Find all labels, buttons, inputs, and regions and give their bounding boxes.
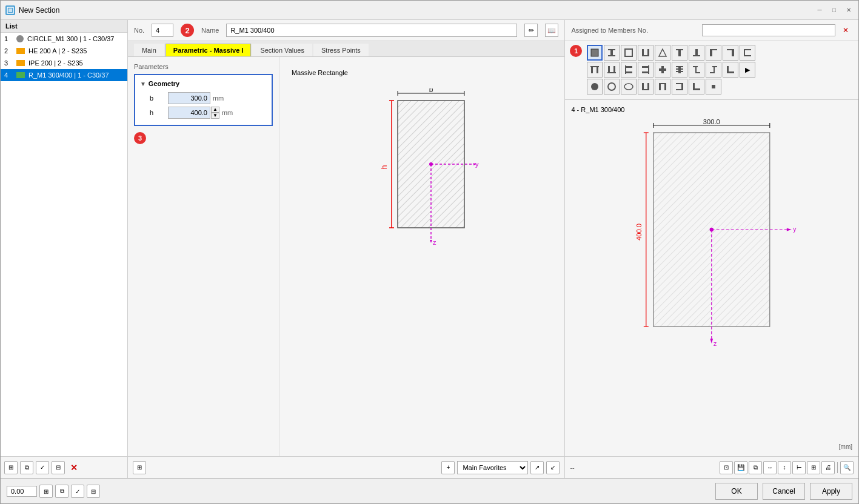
shape-tt3[interactable] bbox=[621, 62, 637, 78]
shape-tt1[interactable] bbox=[587, 62, 603, 78]
shape-channel2[interactable] bbox=[655, 79, 670, 94]
delete-assignment-button[interactable]: ✕ bbox=[839, 24, 852, 37]
add-favorite-button[interactable]: + bbox=[441, 461, 455, 474]
shape-channel1[interactable] bbox=[638, 79, 653, 94]
svg-rect-34 bbox=[727, 49, 734, 50]
tab-parametric[interactable]: Parametric - Massive I bbox=[165, 44, 252, 56]
svg-rect-74 bbox=[659, 84, 661, 90]
footer-btn1[interactable]: ⊞ bbox=[39, 485, 53, 498]
param-h-input[interactable] bbox=[168, 107, 210, 119]
cancel-button[interactable]: Cancel bbox=[763, 483, 805, 500]
svg-rect-56 bbox=[678, 70, 681, 71]
close-button[interactable]: ✕ bbox=[844, 5, 854, 15]
params-box: ▼ Geometry b mm h bbox=[134, 74, 273, 126]
shape-preview: Massive Rectangle b bbox=[279, 57, 564, 456]
footer-btn2[interactable]: ⧉ bbox=[55, 485, 69, 498]
shape-t3[interactable] bbox=[689, 45, 704, 61]
svg-rect-63 bbox=[714, 67, 715, 72]
svg-rect-77 bbox=[676, 83, 681, 84]
shape-i-section[interactable] bbox=[604, 45, 620, 61]
shape-tt4[interactable] bbox=[638, 62, 653, 78]
shape-z1[interactable] bbox=[689, 62, 704, 78]
footer-btn3[interactable]: ✓ bbox=[71, 485, 84, 498]
shape-t4[interactable] bbox=[706, 45, 721, 61]
shape-selector-grid: ▶ bbox=[587, 45, 755, 96]
shape-t1[interactable] bbox=[655, 45, 670, 61]
svg-rect-23 bbox=[625, 49, 632, 56]
tab-section-values[interactable]: Section Values bbox=[252, 44, 312, 56]
section-view-button[interactable]: ⊞ bbox=[133, 461, 146, 474]
param-h-unit: mm bbox=[222, 109, 233, 116]
list-item-3[interactable]: 3 IPE 200 | 2 - S235 bbox=[1, 57, 127, 69]
shape-circle-hollow[interactable] bbox=[604, 79, 620, 94]
select-button[interactable]: ⊡ bbox=[720, 461, 733, 474]
zoom-button[interactable]: 🔍 bbox=[840, 461, 854, 474]
print-button[interactable]: 🖨 bbox=[821, 461, 835, 474]
measure1-button[interactable]: ↔ bbox=[763, 461, 777, 474]
shape-t2[interactable] bbox=[672, 45, 687, 61]
main-content: List 1 CIRCLE_M1 300 | 1 - C30/37 2 HE 2… bbox=[1, 20, 858, 478]
tab-main[interactable]: Main bbox=[134, 44, 164, 56]
save-image-button[interactable]: 💾 bbox=[734, 461, 747, 474]
param-b-input[interactable] bbox=[168, 92, 210, 104]
shape-cross[interactable] bbox=[655, 62, 670, 78]
svg-rect-46 bbox=[626, 66, 632, 68]
delete-button[interactable]: ⊟ bbox=[52, 461, 65, 474]
svg-text:y: y bbox=[794, 226, 797, 233]
check-button[interactable]: ✓ bbox=[36, 461, 49, 474]
svg-rect-45 bbox=[625, 65, 626, 74]
expand-icon[interactable]: ▼ bbox=[140, 81, 146, 87]
shape-u-section[interactable] bbox=[638, 45, 653, 61]
shape-massive-rect[interactable] bbox=[587, 45, 603, 61]
tab-stress-points[interactable]: Stress Points bbox=[313, 44, 369, 56]
shape-t5[interactable] bbox=[723, 45, 738, 61]
add-section-button[interactable]: ⊞ bbox=[4, 461, 18, 474]
measure2-button[interactable]: ↕ bbox=[778, 461, 791, 474]
measure3-button[interactable]: ⊢ bbox=[792, 461, 806, 474]
item-color bbox=[16, 35, 24, 42]
footer-btn4[interactable]: ⊟ bbox=[87, 485, 100, 498]
list-item-2[interactable]: 2 HE 200 A | 2 - S235 bbox=[1, 45, 127, 57]
svg-rect-19 bbox=[591, 49, 598, 56]
spin-up[interactable]: ▲ bbox=[211, 107, 219, 113]
status-text: -- bbox=[570, 464, 574, 471]
ok-button[interactable]: OK bbox=[715, 483, 758, 500]
apply-button[interactable]: Apply bbox=[810, 483, 852, 500]
svg-marker-98 bbox=[710, 339, 714, 343]
no-input[interactable] bbox=[152, 24, 173, 37]
spin-down[interactable]: ▼ bbox=[211, 113, 219, 119]
grid-button[interactable]: ⊞ bbox=[807, 461, 820, 474]
maximize-button[interactable]: □ bbox=[829, 5, 839, 15]
svg-rect-49 bbox=[642, 66, 648, 68]
svg-rect-47 bbox=[626, 71, 632, 73]
import-button[interactable]: ↙ bbox=[546, 461, 560, 474]
shape-ellipse[interactable] bbox=[621, 79, 637, 94]
shape-z2[interactable] bbox=[706, 62, 721, 78]
list-item-4[interactable]: 4 R_M1 300/400 | 1 - C30/37 bbox=[1, 69, 127, 81]
shape-circle-filled[interactable] bbox=[587, 79, 603, 94]
shape-box[interactable] bbox=[621, 45, 637, 61]
svg-rect-61 bbox=[695, 72, 700, 73]
material-button[interactable]: 📖 bbox=[545, 24, 558, 37]
shape-angle[interactable] bbox=[689, 79, 704, 94]
favorites-dropdown[interactable]: Main Favorites Custom Favorites bbox=[457, 461, 528, 474]
duplicate-button[interactable]: ⧉ bbox=[20, 461, 33, 474]
list-item-1[interactable]: 1 CIRCLE_M1 300 | 1 - C30/37 bbox=[1, 33, 127, 45]
shape-small-rect[interactable] bbox=[706, 79, 721, 94]
copy-button[interactable]: ⧉ bbox=[749, 461, 762, 474]
shape-more[interactable]: ▶ bbox=[740, 62, 755, 78]
shape-tt2[interactable] bbox=[604, 62, 620, 78]
shape-double-i[interactable] bbox=[672, 62, 687, 78]
minimize-button[interactable]: ─ bbox=[815, 5, 824, 15]
assigned-input[interactable] bbox=[702, 24, 835, 36]
shape-channel3[interactable] bbox=[672, 79, 687, 94]
remove-button[interactable]: ✕ bbox=[67, 461, 81, 474]
window-controls: ─ □ ✕ bbox=[815, 5, 854, 15]
svg-rect-38 bbox=[745, 55, 751, 56]
svg-rect-55 bbox=[676, 68, 683, 70]
edit-name-button[interactable]: ✏ bbox=[524, 24, 538, 37]
shape-l1[interactable] bbox=[723, 62, 738, 78]
name-input[interactable] bbox=[226, 24, 517, 37]
export-button[interactable]: ↗ bbox=[530, 461, 544, 474]
shape-t6[interactable] bbox=[740, 45, 755, 61]
